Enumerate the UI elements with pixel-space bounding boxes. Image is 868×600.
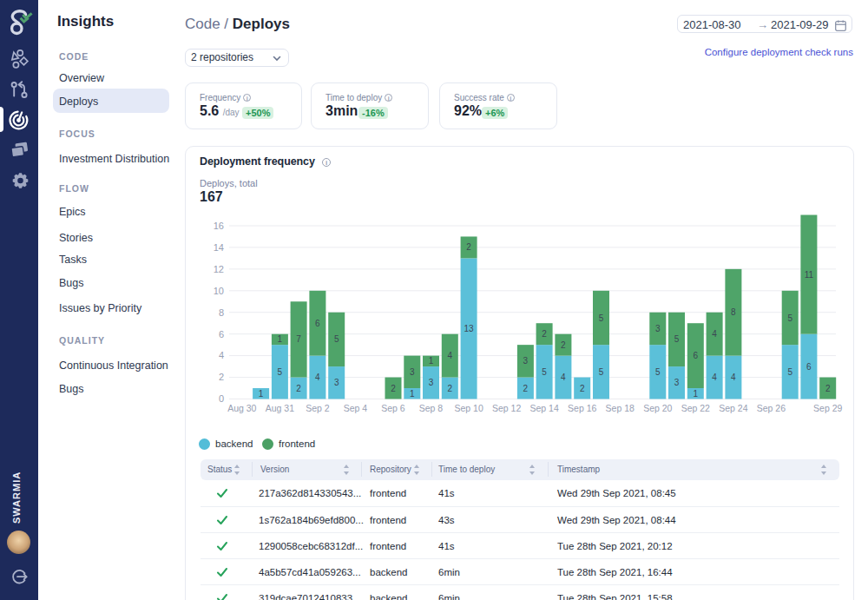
svg-text:5: 5 [787,313,792,323]
svg-text:1: 1 [429,356,434,366]
svg-text:2: 2 [391,384,396,393]
svg-text:16: 16 [214,221,224,231]
svg-text:Sep 2: Sep 2 [306,403,330,413]
svg-text:Sep 20: Sep 20 [643,403,672,413]
svg-text:Aug 30: Aug 30 [227,403,256,413]
svg-text:4: 4 [561,373,566,382]
svg-text:Sep 18: Sep 18 [606,403,635,413]
svg-text:0: 0 [219,393,224,404]
svg-text:3: 3 [655,324,661,333]
svg-text:3: 3 [674,378,680,387]
svg-text:Sep 22: Sep 22 [681,403,710,413]
svg-text:5: 5 [599,367,604,377]
svg-text:1: 1 [410,389,415,399]
svg-text:Sep 12: Sep 12 [492,403,521,413]
svg-text:Sep 4: Sep 4 [344,403,368,413]
svg-text:Sep 26: Sep 26 [757,403,786,413]
svg-text:4: 4 [731,373,736,382]
svg-text:5: 5 [655,367,661,377]
svg-text:Sep 24: Sep 24 [719,403,747,413]
svg-text:2: 2 [825,384,831,393]
svg-text:Sep 6: Sep 6 [381,403,405,413]
svg-text:4: 4 [315,373,320,382]
svg-text:4: 4 [448,351,453,360]
svg-text:5: 5 [674,334,680,344]
svg-text:11: 11 [805,270,814,280]
svg-text:8: 8 [219,307,224,318]
svg-text:14: 14 [214,242,224,253]
svg-text:Aug 31: Aug 31 [266,403,294,413]
svg-text:12: 12 [214,264,224,274]
svg-text:Sep 8: Sep 8 [419,403,444,413]
svg-text:Sep 14: Sep 14 [529,403,558,413]
svg-text:3: 3 [334,378,339,387]
svg-text:4: 4 [712,329,717,339]
svg-text:3: 3 [523,356,529,366]
svg-text:2: 2 [542,329,547,339]
svg-text:4: 4 [712,373,717,382]
svg-text:6: 6 [806,362,812,372]
svg-text:8: 8 [731,307,736,317]
svg-text:1: 1 [278,334,283,344]
svg-text:Sep 29: Sep 29 [813,403,842,413]
svg-text:3: 3 [429,378,434,387]
svg-text:5: 5 [787,367,792,377]
svg-text:2: 2 [561,340,566,350]
svg-text:2: 2 [580,384,585,393]
svg-text:2: 2 [448,384,453,393]
svg-text:3: 3 [410,367,415,377]
svg-text:2: 2 [466,242,471,252]
svg-text:5: 5 [599,313,604,323]
svg-text:1: 1 [259,389,264,399]
svg-text:13: 13 [464,324,475,333]
svg-text:5: 5 [334,334,339,344]
svg-text:Sep 16: Sep 16 [568,403,596,413]
svg-text:6: 6 [315,319,320,328]
svg-text:2: 2 [219,372,224,382]
svg-text:6: 6 [694,351,699,360]
svg-text:6: 6 [219,329,224,340]
svg-text:2: 2 [296,384,301,393]
svg-text:5: 5 [278,367,283,377]
svg-text:10: 10 [214,286,224,296]
svg-text:1: 1 [694,389,699,399]
svg-text:4: 4 [219,350,224,360]
svg-text:7: 7 [296,334,301,344]
svg-text:5: 5 [542,367,547,377]
svg-text:Sep 10: Sep 10 [454,403,483,413]
svg-text:2: 2 [523,384,529,393]
